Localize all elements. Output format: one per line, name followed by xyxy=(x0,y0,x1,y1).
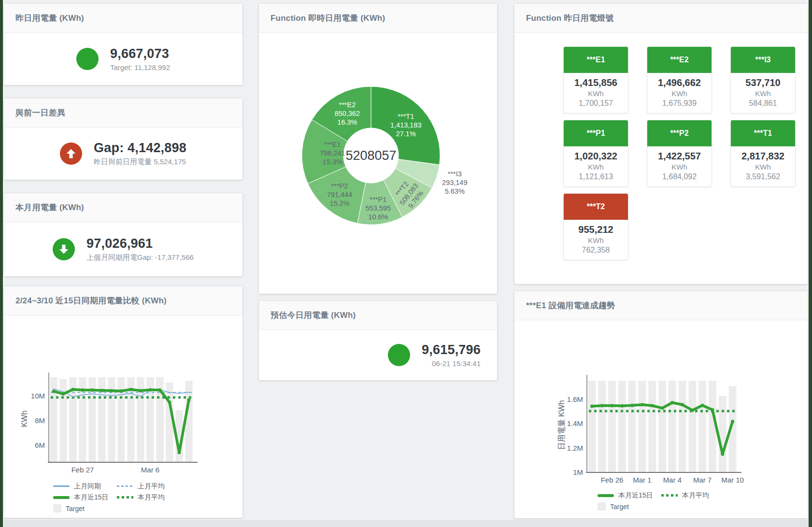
x-tick-label: Mar 6 xyxy=(141,466,159,474)
series-point[interactable] xyxy=(62,392,65,396)
legend-swatch-thick xyxy=(598,494,614,497)
y-tick-label: 10M xyxy=(31,392,45,400)
light-tile-header: ***T1 xyxy=(730,120,796,146)
target-bar[interactable] xyxy=(698,381,706,472)
target-bar[interactable] xyxy=(719,396,727,472)
legend-swatch-thick xyxy=(53,496,70,499)
target-bar[interactable] xyxy=(618,381,626,472)
legend-label: 上月平均 xyxy=(138,482,165,491)
light-tile-value: 1,496,662 xyxy=(647,77,712,88)
panel-title[interactable]: ***E1 設備用電達成趨勢 xyxy=(514,291,808,320)
legend-item[interactable]: 本月近15日 xyxy=(53,493,117,502)
series-point[interactable] xyxy=(681,403,684,406)
target-bar[interactable] xyxy=(185,381,192,462)
panel-title-text: Function 即時日用電量 (KWh) xyxy=(271,13,385,24)
series-point[interactable] xyxy=(701,404,704,407)
donut-center-total: 5208057 xyxy=(345,148,396,163)
series-point[interactable] xyxy=(670,401,674,404)
light-tile: ***P11,020,322KWh1,121,613 xyxy=(563,120,628,187)
arrow-down-circle-icon xyxy=(53,238,75,260)
legend-item[interactable]: Target xyxy=(598,502,661,511)
legend-item[interactable]: 上月同期 xyxy=(53,482,117,491)
panel-title[interactable]: 本月用電量 (KWh) xyxy=(4,193,242,222)
target-bar[interactable] xyxy=(658,381,666,472)
series-point[interactable] xyxy=(52,389,56,393)
kpi-value: 97,026,961 xyxy=(86,236,194,251)
series-point[interactable] xyxy=(651,404,654,407)
series-point[interactable] xyxy=(611,404,614,407)
light-tile: ***I3537,710KWh584,861 xyxy=(730,46,796,114)
y-tick-label: 1.4M xyxy=(567,419,583,427)
panel-title[interactable]: 預估今日用電量 (KWh) xyxy=(259,301,497,330)
series-point[interactable] xyxy=(120,389,123,393)
series-point[interactable] xyxy=(641,403,644,406)
series-point[interactable] xyxy=(187,398,191,401)
series-point[interactable] xyxy=(600,404,604,407)
panel-month-usage: 本月用電量 (KWh) 97,026,961 上個月同期用電Gap: -17,3… xyxy=(4,193,242,276)
series-point[interactable] xyxy=(630,404,634,407)
panel-title[interactable]: Function 昨日用電燈號 xyxy=(514,4,808,33)
trend-chart-legend: 本月近15日本月平均Target xyxy=(598,490,808,512)
series-point[interactable] xyxy=(620,404,624,408)
legend-label: 本月近15日 xyxy=(74,493,109,502)
x-tick-label: Mar 10 xyxy=(721,476,744,484)
series-point[interactable] xyxy=(731,420,734,423)
series-point[interactable] xyxy=(100,389,104,392)
kpi-subtext: 06-21 15:34:41 xyxy=(422,359,481,368)
panel-title-text: 2/24~3/10 近15日同期用電量比較 (KWh) xyxy=(15,295,167,306)
legend-item[interactable]: 本月平均 xyxy=(661,491,725,500)
light-tile-target: 1,684,092 xyxy=(647,172,712,181)
panel-title[interactable]: Function 即時日用電量 (KWh) xyxy=(259,4,497,33)
y-tick-label: 8M xyxy=(35,416,45,425)
panel-title[interactable]: 2/24~3/10 近15日同期用電量比較 (KWh) xyxy=(4,286,242,315)
series-point[interactable] xyxy=(110,389,114,392)
panel-title[interactable]: 昨日用電量 (KWh) xyxy=(4,4,242,33)
panel-title[interactable]: 與前一日差異 xyxy=(4,99,242,128)
kpi-subtext: 上個月同期用電Gap: -17,377,566 xyxy=(86,253,194,262)
series-point[interactable] xyxy=(129,388,133,391)
y-tick-label: 6M xyxy=(35,441,45,449)
light-tile-unit: KWh xyxy=(564,236,628,244)
series-point[interactable] xyxy=(149,388,152,391)
series-point[interactable] xyxy=(168,400,171,404)
panel-15day-compare: 2/24~3/10 近15日同期用電量比較 (KWh) 6M8M10MKWhFe… xyxy=(4,286,242,518)
target-bar[interactable] xyxy=(679,381,686,472)
series-point[interactable] xyxy=(71,388,75,391)
compare-line-chart[interactable]: 6M8M10MKWhFeb 27Mar 6 xyxy=(4,315,242,478)
series-point[interactable] xyxy=(91,388,94,392)
legend-item[interactable]: 上月平均 xyxy=(117,482,181,491)
target-bar[interactable] xyxy=(669,381,676,472)
trend-line-chart[interactable]: 1M1.2M1.4M1.6M日用電量 KWhFeb 26Mar 1Mar 4Ma… xyxy=(514,320,808,487)
target-bar[interactable] xyxy=(598,381,606,472)
y-tick-label: 1.6M xyxy=(567,395,583,403)
target-bar[interactable] xyxy=(648,381,656,472)
series-point[interactable] xyxy=(721,453,724,456)
series-point[interactable] xyxy=(158,388,162,392)
panel-e1-trend: ***E1 設備用電達成趨勢 1M1.2M1.4M1.6M日用電量 KWhFeb… xyxy=(514,291,808,518)
series-point[interactable] xyxy=(691,409,694,412)
kpi-subtext: Target: 11,128,992 xyxy=(110,63,170,71)
target-bar[interactable] xyxy=(608,381,616,472)
panel-title-text: ***E1 設備用電達成趨勢 xyxy=(526,300,615,311)
target-bar[interactable] xyxy=(628,381,636,472)
series-point[interactable] xyxy=(81,388,85,392)
panel-title-text: 昨日用電量 (KWh) xyxy=(15,13,84,24)
panel-yesterday-usage: 昨日用電量 (KWh) 9,667,073 Target: 11,128,992 xyxy=(4,4,242,85)
series-point[interactable] xyxy=(661,406,664,410)
x-tick-label: Feb 26 xyxy=(601,476,624,484)
target-bar[interactable] xyxy=(688,381,696,472)
legend-swatch-box xyxy=(598,502,606,511)
legend-item[interactable]: Target xyxy=(53,504,117,513)
panel-day-gap: 與前一日差異 Gap: 4,142,898 昨日與前日用電量 5,524,175 xyxy=(4,99,242,180)
compare-chart-legend: 上月同期上月平均本月近15日本月平均Target xyxy=(53,481,242,514)
donut-chart[interactable]: ***T11,413,18327.1%***I3293,1495.63%***T… xyxy=(259,33,497,294)
series-point[interactable] xyxy=(711,408,714,412)
legend-item[interactable]: 本月近15日 xyxy=(598,491,661,500)
target-bar[interactable] xyxy=(638,381,646,472)
series-point[interactable] xyxy=(139,389,142,392)
legend-item[interactable]: 本月平均 xyxy=(117,493,181,502)
series-point[interactable] xyxy=(178,451,181,454)
series-point[interactable] xyxy=(590,405,594,408)
target-bar[interactable] xyxy=(588,381,596,472)
donut-slice-label: ***I3293,1495.63% xyxy=(442,170,467,195)
